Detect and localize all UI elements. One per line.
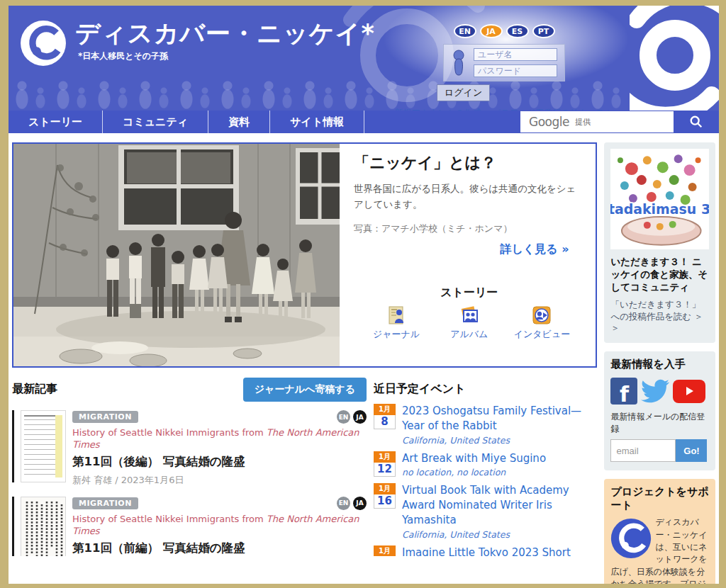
story-journal-label: ジャーナル xyxy=(373,328,420,341)
search-input[interactable]: Google 提供 xyxy=(520,111,674,132)
lang-ja-button[interactable]: JA xyxy=(480,24,503,38)
event-location: no location, no location xyxy=(402,467,546,477)
hero-photo-credit: 写真：アマチ小学校（ミチ・ホンマ） xyxy=(354,222,584,235)
event-date-badge[interactable]: 1月 16 xyxy=(374,483,396,539)
album-icon xyxy=(459,305,480,326)
stories-heading: ストーリー xyxy=(354,285,584,300)
window-right xyxy=(296,148,340,225)
lang-en-button[interactable]: EN xyxy=(454,24,476,38)
category-badge[interactable]: MIGRATION xyxy=(72,411,138,423)
hero-info: 「ニッケイ」とは？ 世界各国に広がる日系人。彼らは共通の文化をシェアしています。… xyxy=(340,144,596,366)
site-title: ディスカバー・ニッケイ* xyxy=(75,20,375,47)
header-big-logo xyxy=(630,6,719,111)
promo-read-link[interactable]: 「いただきます３！」への投稿作品を読む ＞＞ xyxy=(610,299,709,335)
login-button[interactable]: ログイン xyxy=(437,84,490,101)
brand[interactable]: ディスカバー・ニッケイ* *日本人移民とその子孫 xyxy=(20,20,375,67)
story-interview[interactable]: インタビュー xyxy=(506,305,577,341)
nav-resources[interactable]: 資料 xyxy=(208,111,270,133)
support-logo-icon xyxy=(610,518,652,559)
social-icons: f xyxy=(610,377,709,405)
category-badge[interactable]: MIGRATION xyxy=(72,497,138,509)
user-icon xyxy=(451,49,467,77)
main-content: 「ニッケイ」とは？ 世界各国に広がる日系人。彼らは共通の文化をシェアしています。… xyxy=(9,133,719,588)
article-lang-en-badge[interactable]: EN xyxy=(337,410,350,424)
promo-title: いただきます３！ ニッケイの食と家族、そしてコミュニティ xyxy=(610,255,709,294)
login-panel xyxy=(443,44,565,81)
lang-es-button[interactable]: ES xyxy=(506,24,529,38)
article-title[interactable]: 第11回（後編） 写真結婚の隆盛 xyxy=(72,454,367,470)
promo-box: Itadakimasu 3! いただきます３！ ニッケイの食と家族、そしてコミュ… xyxy=(604,142,715,343)
events-heading: 近日予定イベント xyxy=(374,378,597,397)
nav-community[interactable]: コミュニティ xyxy=(103,111,208,133)
story-journal[interactable]: ジャーナル xyxy=(361,305,432,341)
event-date-badge[interactable]: 1月 19 xyxy=(374,545,396,556)
event-title-link[interactable]: Virtual Book Talk with Academy Award Nom… xyxy=(402,484,569,526)
hero-more-link[interactable]: 詳しく見る » xyxy=(500,242,569,256)
article-series-link[interactable]: History of Seattle Nikkei Immigrants fro… xyxy=(72,427,367,451)
article-thumbnail-newspaper xyxy=(21,497,66,556)
article-series-link[interactable]: History of Seattle Nikkei Immigrants fro… xyxy=(72,514,367,538)
event-date-badge[interactable]: 1月 8 xyxy=(374,404,396,446)
header: ディスカバー・ニッケイ* *日本人移民とその子孫 EN JA ES PT xyxy=(9,6,719,111)
nav-site-info[interactable]: サイト情報 xyxy=(270,111,364,133)
window-left xyxy=(118,145,239,230)
username-input[interactable] xyxy=(474,48,557,61)
article-lang-ja-badge[interactable]: JA xyxy=(353,410,367,424)
latest-articles: 最新記事 ジャーナルへ寄稿する MIGRATION EN JA xyxy=(12,378,367,556)
article-accent-bar xyxy=(12,497,14,556)
youtube-icon[interactable] xyxy=(673,380,705,403)
page: ディスカバー・ニッケイ* *日本人移民とその子孫 EN JA ES PT xyxy=(0,0,726,588)
event-location: California, United States xyxy=(402,435,597,446)
support-text-wrap: ディスカバー・ニッケイは、互いにネットワークを広げ、日系の体験談を分かち合う場で… xyxy=(610,516,709,588)
hero-box: 「ニッケイ」とは？ 世界各国に広がる日系人。彼らは共通の文化をシェアしています。… xyxy=(12,142,597,368)
facebook-icon[interactable]: f xyxy=(610,378,637,405)
contribute-button[interactable]: ジャーナルへ寄稿する xyxy=(243,378,367,402)
lang-pt-button[interactable]: PT xyxy=(532,24,555,38)
brand-text: ディスカバー・ニッケイ* *日本人移民とその子孫 xyxy=(75,20,375,62)
search-icon xyxy=(689,115,703,129)
password-reset-link[interactable]: パスワード再発行のリクエスト xyxy=(492,108,613,111)
event-title-link[interactable]: Imagine Little Tokyo 2023 Short Story Ed… xyxy=(402,546,571,556)
itadakimasu-promo-image[interactable]: Itadakimasu 3! xyxy=(610,149,709,249)
main-column: 「ニッケイ」とは？ 世界各国に広がる日系人。彼らは共通の文化をシェアしています。… xyxy=(12,142,597,588)
article-lang-en-badge[interactable]: EN xyxy=(337,497,350,510)
create-account-link[interactable]: 新規アカウントの作成 xyxy=(395,108,481,111)
event-title-link[interactable]: Art Break with Miye Sugino xyxy=(402,452,546,465)
stories-section: ストーリー ジャーナル xyxy=(354,285,584,359)
event-title-link[interactable]: 2023 Oshogatsu Family Festival—Year of t… xyxy=(402,405,581,432)
story-album-label: アルバム xyxy=(450,328,488,341)
email-input[interactable] xyxy=(610,439,676,462)
login-links: 新規アカウントの作成 パスワード再発行のリクエスト xyxy=(391,107,618,111)
article-item[interactable]: MIGRATION EN JA History of Seattle Nikke… xyxy=(12,497,367,556)
main-nav: ストーリー コミュニティ 資料 サイト情報 Google 提供 xyxy=(9,111,719,133)
updates-box: 最新情報を入手 f 最新情報メールの配信登録 Go! xyxy=(604,351,715,470)
article-lang-ja-badge[interactable]: JA xyxy=(353,497,367,510)
article-thumbnail-table xyxy=(21,410,66,482)
twitter-icon[interactable] xyxy=(639,377,671,405)
password-input[interactable] xyxy=(474,64,557,77)
upcoming-events: 近日予定イベント 1月 8 2023 Oshogatsu Family Fest… xyxy=(374,378,597,556)
search-button[interactable] xyxy=(674,115,719,129)
google-logo: Google xyxy=(529,115,569,129)
journal-icon xyxy=(386,305,407,326)
support-heading: プロジェクトをサポート xyxy=(610,485,709,512)
story-album[interactable]: アルバム xyxy=(434,305,505,341)
article-accent-bar xyxy=(12,410,14,482)
site-logo-icon xyxy=(20,20,67,67)
article-title[interactable]: 第11回（前編） 写真結婚の隆盛 xyxy=(72,541,367,556)
newsletter-signup: Go! xyxy=(610,439,709,462)
interview-icon xyxy=(531,305,552,326)
story-interview-label: インタビュー xyxy=(514,328,571,341)
header-right: EN JA ES PT ログイン 新規アカウントの作成 パスワード再発行のリクエ… xyxy=(387,24,621,111)
language-switcher: EN JA ES PT xyxy=(454,24,555,38)
event-location: California, United States xyxy=(402,529,597,540)
event-item: 1月 16 Virtual Book Talk with Academy Awa… xyxy=(374,483,597,539)
newsletter-go-button[interactable]: Go! xyxy=(676,439,707,462)
article-byline: 新舛 育雄 / 2023年1月6日 xyxy=(72,474,367,487)
article-item[interactable]: MIGRATION EN JA History of Seattle Nikke… xyxy=(12,410,367,487)
nav-stories[interactable]: ストーリー xyxy=(9,111,103,133)
updates-heading: 最新情報を入手 xyxy=(610,358,709,371)
latest-articles-heading: 最新記事 xyxy=(12,378,57,397)
event-item: 1月 12 Art Break with Miye Sugino no loca… xyxy=(374,451,597,478)
event-date-badge[interactable]: 1月 12 xyxy=(374,451,396,478)
